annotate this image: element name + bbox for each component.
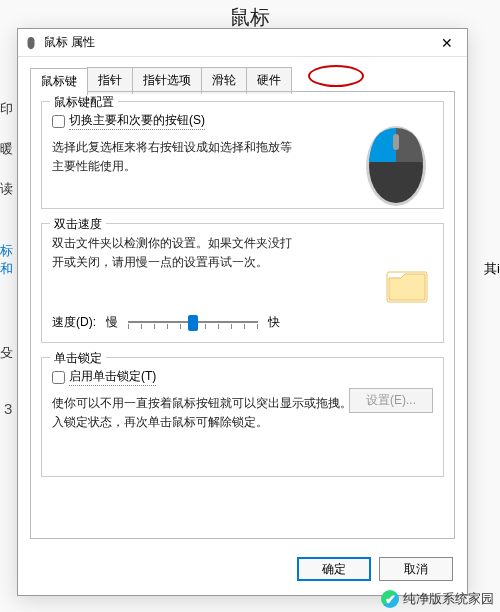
group2-desc: 双击文件夹以检测你的设置。如果文件夹没打开或关闭，请用慢一点的设置再试一次。 (52, 234, 302, 272)
tab-0[interactable]: 鼠标键 (30, 68, 88, 95)
watermark: ✔ 纯净版系统家园 (381, 590, 494, 608)
group-double-click: 双击速度 双击文件夹以检测你的设置。如果文件夹没打开或关闭，请用慢一点的设置再试… (41, 223, 444, 343)
cancel-button[interactable]: 取消 (379, 557, 453, 581)
watermark-logo-icon: ✔ (381, 590, 399, 608)
bg-num: 3 (4, 400, 12, 417)
group-click-lock: 单击锁定 启用单击锁定(T) 设置(E)... 使你可以不用一直按着鼠标按钮就可… (41, 357, 444, 477)
dialog-title: 鼠标 属性 (44, 34, 427, 51)
group-button-config: 鼠标键配置 切换主要和次要的按钮(S) 选择此复选框来将右按钮设成如选择和拖放等… (41, 101, 444, 209)
bg-right-label: 其i (484, 260, 500, 278)
slider-thumb[interactable] (188, 315, 198, 331)
ok-button[interactable]: 确定 (297, 557, 371, 581)
speed-row: 速度(D): 慢 快 (52, 312, 280, 332)
mouse-icon (24, 36, 38, 50)
page-title: 鼠标 (0, 4, 500, 31)
mouse-illustration (359, 116, 433, 208)
clicklock-checkbox[interactable] (52, 371, 65, 384)
swap-buttons-checkbox[interactable] (52, 115, 65, 128)
speed-label: 速度(D): (52, 314, 96, 331)
clicklock-settings-button: 设置(E)... (349, 388, 433, 413)
close-button[interactable]: ✕ (427, 29, 467, 57)
watermark-text: 纯净版系统家园 (403, 590, 494, 608)
folder-icon[interactable] (385, 266, 429, 306)
group-title: 单击锁定 (50, 350, 106, 367)
group-title: 双击速度 (50, 216, 106, 233)
tab-3[interactable]: 滑轮 (201, 67, 247, 94)
bg-sidebar: 印暖读标和殳 (0, 100, 14, 500)
tab-panel: 鼠标键配置 切换主要和次要的按钮(S) 选择此复选框来将右按钮设成如选择和拖放等… (30, 91, 455, 539)
speed-slider[interactable] (128, 312, 258, 332)
swap-buttons-label[interactable]: 切换主要和次要的按钮(S) (69, 112, 205, 130)
slow-label: 慢 (106, 314, 118, 331)
tab-bar: 鼠标键指针指针选项滑轮硬件 (30, 67, 455, 94)
group1-desc: 选择此复选框来将右按钮设成如选择和拖放等主要性能使用。 (52, 138, 302, 176)
titlebar: 鼠标 属性 ✕ (18, 29, 467, 57)
mouse-properties-dialog: 鼠标 属性 ✕ 鼠标键指针指针选项滑轮硬件 鼠标键配置 切换主要和次要的按钮(S… (17, 28, 468, 596)
tab-4[interactable]: 硬件 (246, 67, 292, 94)
dialog-buttons: 确定 取消 (297, 557, 453, 581)
group-title: 鼠标键配置 (50, 94, 118, 111)
clicklock-label[interactable]: 启用单击锁定(T) (69, 368, 156, 386)
svg-rect-2 (393, 134, 399, 150)
fast-label: 快 (268, 314, 280, 331)
tab-2[interactable]: 指针选项 (132, 67, 202, 94)
tab-1[interactable]: 指针 (87, 67, 133, 94)
